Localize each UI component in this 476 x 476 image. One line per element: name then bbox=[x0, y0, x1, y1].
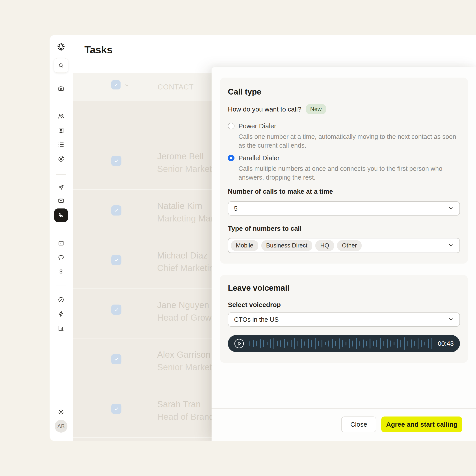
waveform-bar bbox=[263, 340, 264, 347]
waveform-bar bbox=[280, 340, 281, 347]
sidebar-item-lists[interactable] bbox=[57, 141, 65, 148]
waveform-bar bbox=[260, 339, 261, 348]
waveform-bar bbox=[366, 341, 367, 346]
waveform-bar bbox=[408, 341, 408, 346]
number-type-chip[interactable]: Business Direct bbox=[261, 240, 312, 251]
people-icon bbox=[57, 113, 65, 120]
waveform-bar bbox=[294, 338, 295, 349]
waveform-bar bbox=[390, 340, 391, 347]
waveform-bar bbox=[400, 340, 401, 348]
select-all-checkbox[interactable] bbox=[111, 80, 120, 89]
play-icon bbox=[234, 339, 244, 349]
screen: AB Tasks CONTACT Jerome BellSenior Marke… bbox=[0, 0, 476, 476]
home-icon bbox=[57, 85, 65, 92]
waveform-bar bbox=[256, 341, 257, 346]
building-icon bbox=[57, 127, 65, 134]
waveform-bar bbox=[277, 341, 278, 346]
waveform-bar bbox=[359, 341, 360, 346]
radio-label: Power Dialer bbox=[238, 122, 276, 130]
row-checkbox[interactable] bbox=[111, 354, 121, 364]
sidebar-item-reports[interactable] bbox=[57, 325, 65, 332]
radio-icon[interactable] bbox=[228, 123, 235, 129]
voicemail-heading: Leave voicemail bbox=[228, 283, 289, 293]
calendar-icon bbox=[57, 239, 65, 247]
row-checkbox[interactable] bbox=[111, 255, 121, 265]
play-button[interactable] bbox=[234, 339, 244, 349]
close-button[interactable]: Close bbox=[341, 416, 376, 432]
sidebar-item-settings[interactable] bbox=[57, 408, 65, 416]
waveform-bar bbox=[425, 341, 425, 345]
chat-icon bbox=[57, 254, 65, 261]
audio-waveform[interactable] bbox=[250, 335, 432, 352]
search-button[interactable] bbox=[54, 58, 68, 73]
waveform-bar bbox=[363, 339, 364, 348]
waveform-bar bbox=[431, 338, 432, 349]
new-badge: New bbox=[306, 104, 326, 114]
number-type-chip[interactable]: Other bbox=[337, 240, 362, 251]
contact-name: Michael Diaz bbox=[157, 251, 208, 260]
radio-label: Parallel Dialer bbox=[238, 154, 280, 162]
row-checkbox[interactable] bbox=[111, 205, 121, 216]
sidebar-item-chat[interactable] bbox=[57, 254, 65, 261]
contact-name: Sarah Tran bbox=[157, 399, 201, 409]
waveform-bar bbox=[301, 339, 302, 348]
dollar-icon bbox=[57, 268, 65, 275]
row-checkbox[interactable] bbox=[111, 305, 121, 315]
search-icon bbox=[58, 62, 64, 69]
sidebar-item-calls-active[interactable] bbox=[54, 208, 68, 222]
waveform-bar bbox=[404, 337, 405, 350]
waveform-bar bbox=[421, 340, 422, 347]
sidebar-divider bbox=[56, 106, 66, 106]
sidebar-item-send[interactable] bbox=[57, 184, 65, 191]
bar-chart-icon bbox=[57, 325, 65, 332]
avatar[interactable]: AB bbox=[55, 420, 68, 433]
chevron-down-icon bbox=[124, 83, 130, 88]
send-icon bbox=[57, 184, 65, 191]
contact-name: Jerome Bell bbox=[157, 151, 204, 161]
num-calls-select[interactable]: 5 bbox=[228, 202, 460, 216]
call-type-heading: Call type bbox=[228, 87, 261, 97]
sidebar-item-deals[interactable] bbox=[57, 268, 65, 275]
row-checkbox[interactable] bbox=[111, 404, 121, 414]
lightning-icon bbox=[57, 310, 65, 317]
radio-icon[interactable] bbox=[228, 155, 235, 161]
num-calls-label: Number of calls to make at a time bbox=[228, 188, 333, 195]
sidebar-item-companies[interactable] bbox=[57, 127, 65, 134]
number-type-chip[interactable]: HQ bbox=[315, 240, 334, 251]
sidebar-item-calendar[interactable] bbox=[57, 239, 65, 247]
phone-icon bbox=[58, 212, 64, 219]
asterisk-logo-icon bbox=[56, 42, 66, 52]
sidebar-item-automations[interactable] bbox=[57, 310, 65, 317]
number-type-chip[interactable]: Mobile bbox=[231, 240, 258, 251]
contact-name: Alex Garrison bbox=[157, 350, 210, 360]
footer-divider bbox=[212, 408, 476, 409]
voicemail-card: Leave voicemail Select voicedrop CTOs in… bbox=[220, 275, 468, 363]
waveform-bar bbox=[304, 341, 305, 346]
sidebar-item-people[interactable] bbox=[57, 113, 65, 120]
waveform-bar bbox=[308, 339, 309, 348]
sidebar-item-email[interactable] bbox=[57, 197, 65, 204]
sidebar-item-sync[interactable] bbox=[57, 155, 65, 163]
select-all-chevron[interactable] bbox=[124, 83, 130, 89]
waveform-bar bbox=[387, 339, 388, 348]
waveform-bar bbox=[414, 341, 415, 346]
waveform-bar bbox=[383, 341, 384, 346]
number-types-select[interactable]: MobileBusiness DirectHQOther bbox=[228, 238, 460, 253]
waveform-bar bbox=[380, 338, 381, 349]
voicedrop-label: Select voicedrop bbox=[228, 301, 281, 308]
agree-start-calling-button[interactable]: Agree and start calling bbox=[381, 416, 462, 432]
sidebar-item-home[interactable] bbox=[57, 85, 65, 92]
waveform-bar bbox=[376, 340, 377, 347]
gear-icon bbox=[57, 408, 65, 416]
row-checkbox[interactable] bbox=[111, 156, 121, 166]
app-logo-icon[interactable] bbox=[56, 42, 66, 52]
sidebar: AB bbox=[50, 35, 73, 441]
voicedrop-value: CTOs in the US bbox=[234, 316, 279, 323]
waveform-bar bbox=[284, 339, 285, 348]
voicedrop-select[interactable]: CTOs in the US bbox=[228, 312, 460, 327]
waveform-bar bbox=[428, 339, 429, 348]
waveform-bar bbox=[335, 341, 336, 346]
sidebar-item-tasks[interactable] bbox=[57, 296, 65, 303]
audio-duration: 00:43 bbox=[438, 340, 454, 347]
waveform-bar bbox=[418, 338, 419, 349]
